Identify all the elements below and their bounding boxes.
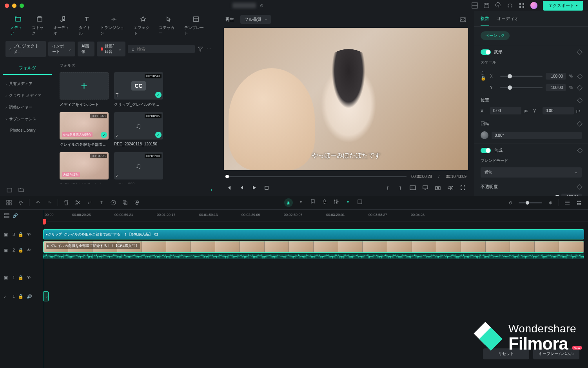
composite-toggle[interactable] — [481, 148, 491, 153]
tl-zoom-in-icon[interactable]: ⊕ — [547, 199, 554, 206]
ai-image-button[interactable]: AI画像 — [78, 42, 94, 56]
opacity-keyframe[interactable] — [577, 184, 583, 189]
user-avatar[interactable] — [530, 2, 537, 9]
tab-sticker[interactable]: ステッカー — [156, 13, 181, 38]
tl-settings-icon[interactable] — [575, 199, 583, 206]
tl-zoom-slider[interactable] — [519, 202, 542, 203]
media-item-3[interactable]: ♫♪00:00:05✓REC_20240118_120150 — [114, 112, 163, 147]
preview-viewport[interactable]: やっほーみぽたぽたです — [224, 28, 468, 170]
new-bin-icon[interactable] — [5, 186, 13, 194]
new-folder-icon[interactable] — [17, 186, 25, 194]
search-input[interactable] — [137, 47, 191, 51]
track-video-1[interactable] — [43, 272, 588, 283]
play-icon[interactable] — [250, 184, 258, 191]
track-caption[interactable]: ▸ クリップ_グレイルの冬服を全部着て紹介する！！【GRL購入品】_02 — [43, 228, 588, 240]
more-icon[interactable]: ⋯ — [206, 45, 212, 53]
maximize-window[interactable] — [20, 4, 24, 8]
tl-header-options[interactable]: 🔗 — [0, 210, 43, 221]
project-media-dropdown[interactable]: ‹ プロジェクトメ… — [5, 41, 46, 57]
tab-title[interactable]: タイトル — [76, 13, 97, 38]
tl-enhance-icon[interactable]: ✦ — [298, 198, 305, 205]
video-clip[interactable]: ▸ グレイルの冬服を全部着て紹介する！！【GRL購入品】 — [43, 241, 584, 253]
tl-undo-icon[interactable]: ↶ — [34, 199, 41, 206]
headphones-icon[interactable] — [507, 2, 513, 9]
basic-pill[interactable]: ベーシック — [481, 31, 510, 40]
cloud-upload-icon[interactable] — [495, 2, 501, 9]
tl-keyframe-icon[interactable]: ✦ — [345, 198, 352, 205]
volume-icon[interactable] — [447, 184, 454, 191]
scale-x-value[interactable]: 100.00 — [546, 73, 566, 80]
keyframe-panel-button[interactable]: キーフレームパネルNEW — [533, 348, 579, 359]
prop-tab-audio[interactable]: オーディオ — [497, 16, 519, 26]
scale-x-slider[interactable] — [500, 76, 543, 77]
transform-toggle[interactable] — [481, 49, 491, 55]
tl-delete-icon[interactable] — [63, 199, 70, 206]
tl-toggle-tracks-icon[interactable] — [4, 213, 9, 218]
sidebar-adjustment-layer[interactable]: 調整レイヤー — [3, 102, 52, 113]
scale-y-value[interactable]: 100.00 — [546, 84, 566, 91]
caption-clip[interactable]: ▸ クリップ_グレイルの冬服を全部着て紹介する！！【GRL購入品】_02 — [43, 229, 584, 239]
tl-render-icon[interactable] — [356, 198, 363, 205]
play-backward-icon[interactable] — [238, 184, 245, 191]
rotation-input[interactable]: 0.00° — [492, 132, 582, 139]
track-header-v1[interactable]: ▣1🔒👁 — [0, 272, 43, 283]
tl-split-icon[interactable] — [74, 199, 82, 206]
tab-media[interactable]: メディア — [7, 13, 29, 38]
sidebar-photos-library[interactable]: Photos Library — [3, 125, 52, 136]
tl-link-icon[interactable]: 🔗 — [13, 213, 18, 218]
camera-icon[interactable] — [434, 184, 441, 191]
mark-in-icon[interactable]: { — [384, 184, 391, 191]
mark-out-icon[interactable]: } — [397, 184, 404, 191]
tl-edit-icon[interactable] — [5, 199, 13, 206]
folder-tab[interactable]: フォルダ — [3, 62, 52, 75]
track-audio-1[interactable]: ♪ — [43, 290, 588, 302]
tab-audio[interactable]: オーディオ — [50, 13, 76, 38]
tab-stock[interactable]: ストック — [29, 13, 50, 38]
track-header-3[interactable]: ▣3🔒👁 — [0, 228, 43, 240]
reset-button[interactable]: リセット — [483, 348, 529, 359]
display-icon[interactable] — [422, 184, 429, 191]
blend-mode-dropdown[interactable]: 通常 — [481, 167, 582, 178]
tl-ai-icon[interactable]: ◉ — [284, 198, 293, 207]
rotation-keyframe[interactable] — [577, 121, 583, 126]
tab-effect[interactable]: エフェクト — [131, 13, 156, 38]
transform-keyframe[interactable] — [577, 49, 583, 54]
preview-scrubber[interactable] — [225, 176, 407, 177]
media-item-0[interactable]: +メディアをインポート — [60, 72, 109, 107]
pos-y-input[interactable]: 0.00 — [543, 107, 574, 114]
snapshot-icon[interactable] — [459, 16, 466, 23]
collapse-sidebar-icon[interactable]: ‹ — [211, 187, 212, 192]
tl-text-icon[interactable]: T — [98, 199, 105, 206]
tl-view-icon[interactable] — [564, 199, 571, 206]
media-item-4[interactable]: みぽたぽた00:04:25みぽたぽたソロチャンネルは… — [60, 152, 109, 183]
cloud-sync-icon[interactable]: ⊘ — [260, 3, 263, 8]
tl-mixer-icon[interactable] — [333, 198, 340, 205]
fullscreen-icon[interactable] — [459, 184, 466, 191]
track-header-2[interactable]: ▣2🔒👁 — [0, 240, 43, 260]
prev-frame-icon[interactable] — [225, 184, 232, 191]
playhead[interactable] — [44, 210, 44, 368]
tl-crop-icon[interactable] — [122, 199, 129, 206]
scale-y-slider[interactable] — [500, 87, 543, 88]
stop-icon[interactable] — [263, 184, 270, 191]
tl-color-icon[interactable] — [133, 199, 140, 206]
composite-keyframe[interactable] — [577, 147, 583, 153]
tab-template[interactable]: テンプレート — [181, 13, 211, 38]
search-box[interactable]: ⌕ — [128, 45, 195, 53]
sidebar-shared-media[interactable]: 共有メディア — [3, 78, 52, 90]
sidebar-subsequence[interactable]: サブシーケンス — [3, 113, 52, 125]
layout-icon[interactable] — [472, 2, 478, 9]
track-header-a1[interactable]: ♪1🔒🔊 — [0, 290, 43, 302]
filter-icon[interactable] — [197, 45, 203, 53]
save-icon[interactable] — [483, 2, 490, 9]
export-button[interactable]: エクスポート ▾ — [543, 1, 583, 11]
media-item-1[interactable]: CCT00:10:43✓クリップ_グレイルの冬服を… — [114, 72, 163, 107]
scale-y-keyframe[interactable] — [577, 85, 583, 90]
tl-speed-icon[interactable] — [110, 199, 117, 206]
track-video-2[interactable]: ▸ グレイルの冬服を全部着て紹介する！！【GRL購入品】 — [43, 240, 588, 260]
minimize-window[interactable] — [12, 4, 16, 8]
media-item-5[interactable]: ♫♪00:01:00エモい_002 — [114, 152, 163, 183]
tl-marker-icon[interactable] — [309, 198, 316, 205]
tl-zoom-out-icon[interactable]: ⊖ — [507, 199, 514, 206]
scale-lock-icon[interactable]: ⬡🔒 — [481, 71, 486, 81]
